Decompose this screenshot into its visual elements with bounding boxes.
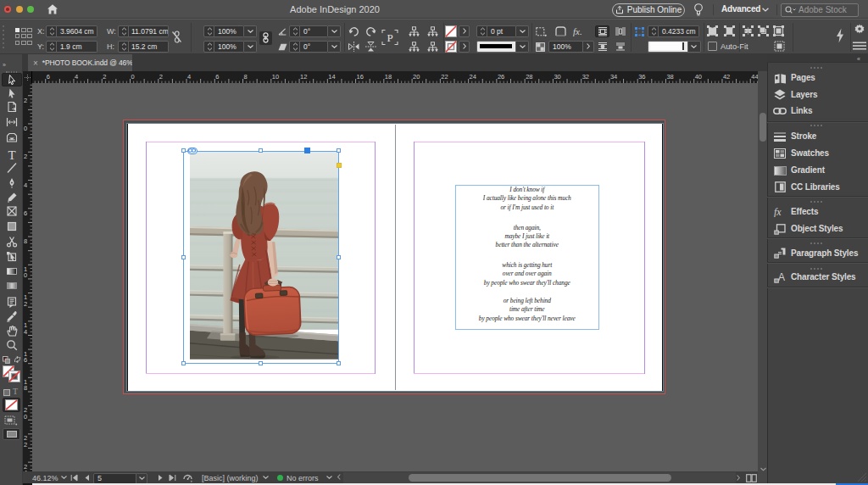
svg-text:4: 4 — [24, 328, 27, 336]
svg-text:2: 2 — [24, 97, 27, 104]
svg-text:6: 6 — [24, 356, 27, 364]
svg-text:A: A — [778, 272, 785, 283]
svg-text:16: 16 — [357, 73, 364, 81]
svg-text:38: 38 — [666, 73, 673, 81]
svg-text:36: 36 — [638, 73, 645, 81]
svg-text:28: 28 — [526, 73, 532, 81]
svg-text:T: T — [8, 148, 15, 160]
svg-text:14: 14 — [328, 73, 335, 81]
svg-text:12: 12 — [300, 73, 307, 81]
svg-text:fx: fx — [774, 207, 782, 217]
svg-text:32: 32 — [582, 73, 589, 81]
svg-text:42: 42 — [723, 73, 730, 81]
svg-text:8: 8 — [24, 237, 27, 245]
svg-text:6: 6 — [24, 209, 27, 217]
svg-text:4: 4 — [24, 181, 27, 189]
svg-text:P: P — [387, 31, 392, 44]
svg-text:24: 24 — [470, 73, 476, 81]
svg-text:2: 2 — [24, 153, 27, 160]
svg-text:2: 2 — [24, 300, 27, 308]
svg-text:0: 0 — [24, 125, 27, 132]
svg-text:26: 26 — [498, 73, 504, 81]
svg-text:20: 20 — [413, 73, 420, 81]
svg-text:18: 18 — [385, 73, 392, 81]
svg-text:4: 4 — [75, 73, 78, 81]
svg-text:6: 6 — [47, 73, 50, 81]
svg-text:0: 0 — [131, 73, 135, 81]
svg-text:22: 22 — [441, 73, 448, 81]
svg-text:8: 8 — [24, 384, 27, 392]
svg-text:30: 30 — [554, 73, 560, 81]
svg-text:2: 2 — [159, 73, 163, 81]
svg-text:0: 0 — [24, 413, 27, 421]
svg-text:4: 4 — [187, 73, 191, 81]
svg-text:2: 2 — [103, 73, 106, 81]
svg-text:8: 8 — [244, 73, 248, 81]
svg-text:6: 6 — [215, 73, 219, 81]
svg-text:0: 0 — [24, 271, 27, 279]
svg-text:44: 44 — [751, 73, 758, 81]
svg-text:34: 34 — [610, 73, 617, 81]
svg-text:2: 2 — [24, 441, 27, 449]
svg-text:40: 40 — [695, 73, 702, 81]
svg-text:10: 10 — [272, 73, 279, 81]
